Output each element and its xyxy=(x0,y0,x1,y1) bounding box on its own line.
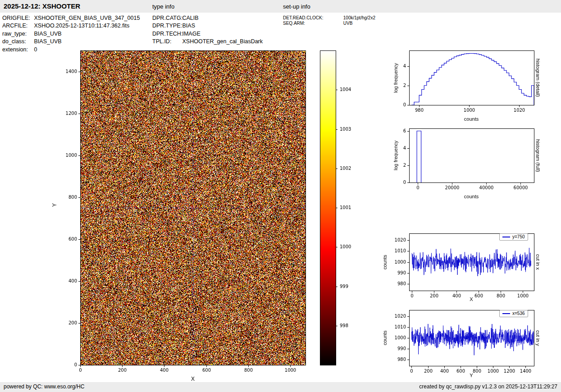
type-info-heading: type info xyxy=(152,3,174,10)
meta-row-rawtype: raw_type: BIAS_UVB xyxy=(2,30,140,38)
meta-value: 0 xyxy=(34,46,37,53)
meta-value: XSHOO.2025-12-13T10:11:47.362.fits xyxy=(34,23,129,29)
meta-row-seqarm: SEQ.ARM: UVB xyxy=(283,21,375,26)
meta-value: BIAS_UVB xyxy=(34,31,61,37)
meta-value: UVB xyxy=(343,21,353,26)
hist-detail-side-label: histogram (detail) xyxy=(535,50,541,105)
bias-image-plot xyxy=(50,47,315,382)
legend-label: x=536 xyxy=(512,311,525,316)
footer-bar: powered by QC: www.eso.org/HC created by… xyxy=(0,382,561,392)
cut-x-side-label: cut in x xyxy=(535,233,541,291)
image-yaxis-title: Y xyxy=(51,137,58,273)
meta-row-origfile: ORIGFILE: XSHOOTER_GEN_BIAS_UVB_347_0015 xyxy=(2,14,140,22)
legend-line-swatch xyxy=(502,237,510,237)
hist-detail-xaxis-title: counts xyxy=(449,116,494,122)
histogram-full-plot xyxy=(383,125,536,202)
meta-row-dprtech: DPR.TECH: IMAGE xyxy=(152,30,263,38)
header-bar: 2025-12-12: XSHOOTER type info set-up in… xyxy=(0,0,561,13)
hist-full-xaxis-title: counts xyxy=(449,194,494,199)
meta-row-arcfile: ARCFILE: XSHOO.2025-12-13T10:11:47.362.f… xyxy=(2,22,140,30)
meta-row-dprcatg: DPR.CATG: CALIB xyxy=(152,14,263,22)
cut-y-legend: x=536 xyxy=(499,310,528,317)
meta-label: TPL.ID: xyxy=(152,38,181,46)
cut-x-plot xyxy=(383,230,536,305)
hist-detail-yaxis-title: log frequency xyxy=(393,50,398,105)
setup-info-heading: set-up info xyxy=(283,3,310,10)
meta-label: ORIGFILE: xyxy=(2,14,32,22)
meta-value: BIAS_UVB xyxy=(34,38,61,45)
meta-row-doclass: do_class: BIAS_UVB xyxy=(2,38,140,46)
meta-label: DPR.TECH: xyxy=(152,30,181,38)
cut-y-yaxis-title: counts xyxy=(382,310,388,366)
meta-value: CALIB xyxy=(182,15,198,21)
meta-label: raw_type: xyxy=(2,30,32,38)
histogram-detail-plot xyxy=(383,47,536,124)
setup-info-block: DET.READ.CLOCK: 100k/1pt/hg/2x2 SEQ.ARM:… xyxy=(283,15,375,26)
image-xaxis-title: X xyxy=(170,376,215,382)
meta-label: do_class: xyxy=(2,38,32,46)
type-info-block: DPR.CATG: CALIB DPR.TYPE: BIAS DPR.TECH:… xyxy=(152,14,263,46)
cut-y-plot xyxy=(383,306,536,382)
cut-x-yaxis-title: counts xyxy=(382,233,388,291)
meta-row-tplid: TPL.ID: XSHOOTER_gen_cal_BiasDark xyxy=(152,38,263,46)
meta-label: DET.READ.CLOCK: xyxy=(283,15,342,21)
cut-x-xaxis-title: X xyxy=(449,296,494,302)
cut-y-xaxis-title: Y xyxy=(449,373,494,378)
meta-label: SEQ.ARM: xyxy=(283,21,342,26)
meta-row-dprtype: DPR.TYPE: BIAS xyxy=(152,22,263,30)
hist-full-yaxis-title: log frequency xyxy=(393,128,398,182)
meta-value: XSHOOTER_gen_cal_BiasDark xyxy=(182,38,263,45)
meta-value: XSHOOTER_GEN_BIAS_UVB_347_0015 xyxy=(34,15,140,21)
hist-full-side-label: histogram (full) xyxy=(535,128,541,182)
meta-value: IMAGE xyxy=(182,31,200,37)
meta-label: ARCFILE: xyxy=(2,22,32,30)
meta-label: extension: xyxy=(2,46,32,54)
legend-line-swatch xyxy=(502,313,510,314)
colorbar xyxy=(320,47,360,369)
meta-label: DPR.TYPE: xyxy=(152,22,181,30)
meta-label: DPR.CATG: xyxy=(152,14,181,22)
footer-created-by: created by qc_rawdisp.py v1.2.3 on 2025-… xyxy=(419,383,557,390)
qc-report-page: 2025-12-12: XSHOOTER type info set-up in… xyxy=(0,0,561,392)
footer-qc-link[interactable]: powered by QC: www.eso.org/HC xyxy=(4,383,84,390)
cut-x-legend: y=750 xyxy=(499,233,528,241)
legend-label: y=750 xyxy=(512,234,525,240)
meta-value: 100k/1pt/hg/2x2 xyxy=(343,15,375,20)
cut-y-side-label: cut in y xyxy=(535,310,541,366)
meta-value: BIAS xyxy=(182,23,195,29)
page-title: 2025-12-12: XSHOOTER xyxy=(4,2,80,10)
meta-row-readclock: DET.READ.CLOCK: 100k/1pt/hg/2x2 xyxy=(283,15,375,21)
